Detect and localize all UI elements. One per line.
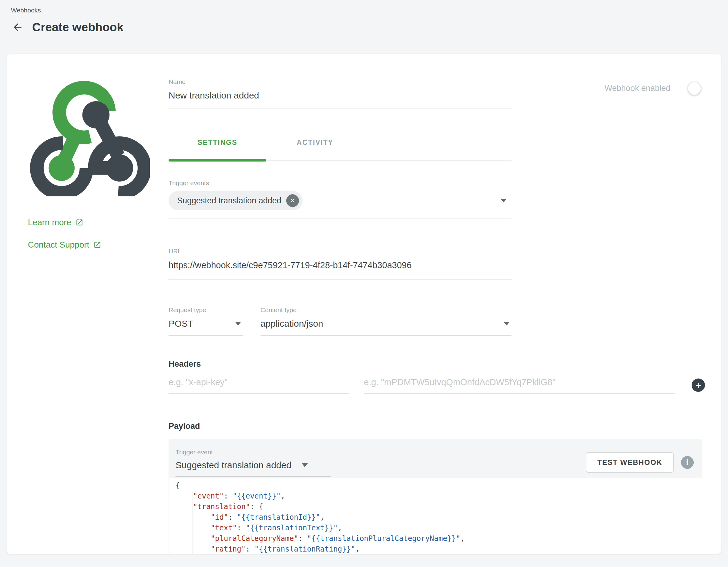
page-title: Create webhook: [32, 21, 123, 34]
webhook-enabled-label: Webhook enabled: [605, 84, 670, 93]
payload-section: Payload Trigger event Suggested translat…: [169, 421, 709, 554]
add-header-button[interactable]: +: [692, 378, 705, 392]
payload-title: Payload: [169, 421, 709, 431]
external-link-icon: [93, 241, 101, 249]
headers-title: Headers: [169, 359, 709, 369]
back-arrow-icon[interactable]: [11, 21, 24, 34]
tab-bar: SETTINGS ACTIVITY: [169, 133, 512, 161]
chip-label: Suggested translation added: [177, 196, 281, 206]
page-header: Webhooks Create webhook: [11, 7, 123, 34]
payload-code[interactable]: { "event": "{{event}}", "translation": {…: [169, 478, 702, 554]
form-column: Name Webhook enabled SETTINGS ACTIVITY T…: [169, 78, 709, 554]
content-type-value: application/json: [260, 318, 323, 329]
header-key-input[interactable]: [169, 377, 349, 394]
url-field: URL: [169, 248, 512, 280]
trigger-event-chip: Suggested translation added ✕: [169, 191, 303, 210]
info-icon[interactable]: i: [681, 456, 694, 469]
breadcrumb[interactable]: Webhooks: [11, 7, 123, 14]
payload-panel: Trigger event Suggested translation adde…: [169, 439, 702, 554]
request-type-label: Request type: [169, 306, 243, 314]
contact-support-link[interactable]: Contact Support: [28, 240, 150, 250]
close-icon[interactable]: ✕: [286, 194, 299, 207]
payload-trigger-event-value: Suggested translation added: [176, 460, 291, 470]
url-input[interactable]: [169, 258, 512, 280]
header-value-input[interactable]: [364, 377, 675, 394]
contact-support-label: Contact Support: [28, 240, 89, 250]
content-type-label: Content type: [260, 306, 512, 314]
headers-section: Headers +: [169, 359, 709, 394]
webhook-enabled-group: Webhook enabled: [605, 84, 709, 93]
chevron-down-icon: [504, 322, 510, 325]
chevron-down-icon[interactable]: [501, 199, 507, 203]
request-type-select[interactable]: Request type POST: [169, 306, 243, 336]
create-webhook-card: Learn more Contact Support Name: [7, 54, 721, 554]
learn-more-link[interactable]: Learn more: [28, 218, 150, 227]
payload-trigger-event-select[interactable]: Trigger event Suggested translation adde…: [176, 448, 331, 477]
tab-activity[interactable]: ACTIVITY: [266, 133, 364, 160]
trigger-events-label: Trigger events: [169, 180, 512, 187]
trigger-events-field: Trigger events Suggested translation add…: [169, 180, 512, 219]
name-label: Name: [169, 78, 512, 86]
payload-trigger-event-label: Trigger event: [176, 448, 331, 456]
name-field: Name: [169, 78, 512, 109]
url-label: URL: [169, 248, 512, 255]
chevron-down-icon: [235, 322, 241, 325]
webhook-logo: [28, 78, 150, 196]
external-link-icon: [75, 219, 83, 227]
learn-more-label: Learn more: [28, 218, 71, 227]
chevron-down-icon: [302, 463, 308, 467]
name-input[interactable]: [169, 89, 512, 109]
request-type-value: POST: [169, 318, 193, 329]
content-type-select[interactable]: Content type application/json: [260, 306, 512, 336]
webhook-enabled-toggle[interactable]: [679, 85, 698, 92]
test-webhook-button[interactable]: TEST WEBHOOK: [586, 452, 674, 473]
plus-icon: +: [696, 380, 701, 391]
left-column: Learn more Contact Support: [28, 78, 150, 554]
trigger-events-select[interactable]: Suggested translation added ✕: [169, 190, 512, 219]
tab-settings[interactable]: SETTINGS: [169, 133, 266, 160]
